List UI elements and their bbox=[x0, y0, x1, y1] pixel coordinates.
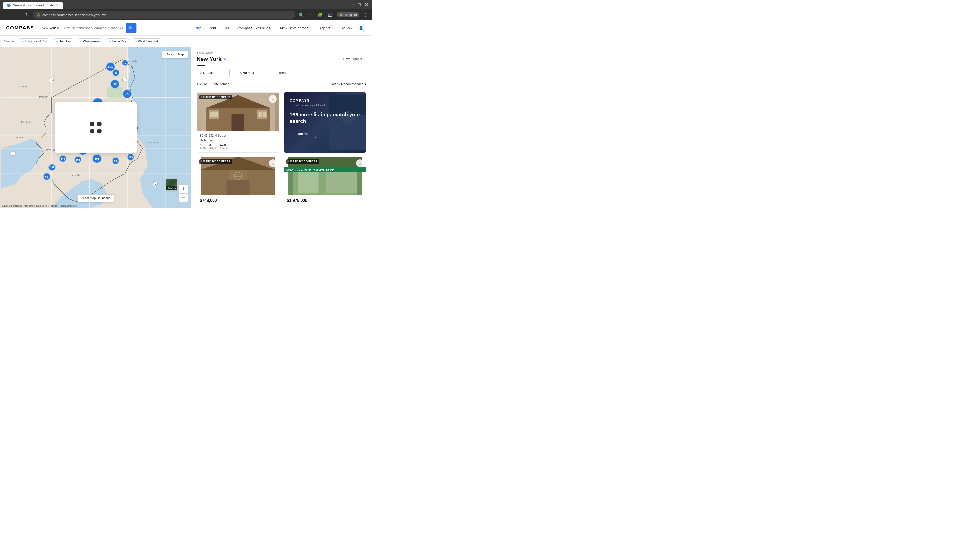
results-title: New York bbox=[197, 56, 221, 62]
nav-new-development[interactable]: New Development ▾ bbox=[277, 24, 315, 32]
close-button[interactable]: ✕ bbox=[365, 2, 369, 7]
property-card-1[interactable]: LISTED BY COMPASS ★ 86-45 232nd Street B… bbox=[197, 92, 280, 152]
search-location-tag[interactable]: New York ✕ bbox=[40, 26, 62, 30]
device-icon-btn[interactable]: 💻 bbox=[327, 11, 334, 18]
tab-close-button[interactable]: ✕ bbox=[56, 3, 59, 7]
svg-rect-23 bbox=[107, 87, 123, 98]
active-tab[interactable]: New York, NY Homes for Sale ✕ bbox=[3, 2, 63, 9]
cluster-115[interactable]: 115 bbox=[127, 154, 134, 161]
property-card-3[interactable]: LISTED BY COMPASS OPEN: 3/30 03:00PM - 0… bbox=[283, 157, 366, 207]
lock-icon: 🔒 bbox=[37, 13, 40, 17]
cluster-346[interactable]: 346 bbox=[59, 155, 66, 162]
loading-dot-1 bbox=[90, 122, 94, 126]
agents-chevron: ▾ bbox=[331, 27, 333, 29]
filters-button[interactable]: Filters bbox=[272, 68, 290, 77]
svg-text:Bayonne: Bayonne bbox=[14, 136, 23, 139]
bookmark-icon-btn[interactable]: ☆ bbox=[308, 11, 313, 18]
svg-text:Passaic: Passaic bbox=[19, 86, 27, 88]
similar-tag-weehawken[interactable]: + Weehawken bbox=[77, 38, 103, 44]
nav-rent[interactable]: Rent bbox=[205, 24, 219, 32]
nav-buy[interactable]: Buy bbox=[192, 24, 204, 32]
user-profile-button[interactable]: 👤 bbox=[357, 24, 366, 32]
cluster-532[interactable]: 532 bbox=[110, 79, 119, 89]
new-tab-button[interactable]: + bbox=[63, 1, 70, 9]
price-max-input[interactable]: $ No Max bbox=[236, 68, 269, 77]
sort-button[interactable]: Sort by Recommended ▾ bbox=[330, 82, 366, 86]
url-text: compass.com/homes-for-sale/new-york-ny/ bbox=[42, 13, 291, 17]
similar-tag-long-island-city[interactable]: + Long Island City bbox=[19, 38, 50, 44]
more-options-btn[interactable]: ⋮ bbox=[363, 11, 369, 18]
forward-button[interactable]: → bbox=[13, 11, 21, 19]
browser-controls: ─ □ ✕ bbox=[350, 2, 369, 7]
nav-sell[interactable]: Sell bbox=[221, 24, 232, 32]
back-button[interactable]: ← bbox=[3, 11, 11, 19]
address-bar[interactable]: 🔒 compass.com/homes-for-sale/new-york-ny… bbox=[33, 11, 295, 19]
cluster-598[interactable]: 598 bbox=[92, 154, 102, 163]
goto-chevron: ▾ bbox=[351, 27, 352, 29]
results-title-row: New York ✏ Save Char ▾ bbox=[197, 55, 366, 63]
edit-title-icon[interactable]: ✏ bbox=[224, 57, 227, 61]
exclusives-subtitle: PRIVATE EXCLUSIVES bbox=[290, 103, 360, 106]
property-neighborhood-1: Bellerose bbox=[200, 138, 276, 142]
nav-compass-exclusives[interactable]: Compass Exclusives ▾ bbox=[234, 24, 275, 32]
maximize-button[interactable]: □ bbox=[358, 2, 361, 7]
cluster-273[interactable]: 273 bbox=[123, 89, 132, 98]
compass-logo[interactable]: COMPASS bbox=[6, 25, 35, 30]
price-min-input[interactable]: $ No Min bbox=[197, 68, 230, 77]
search-icon-btn[interactable]: 🔍 bbox=[298, 11, 305, 18]
property-price-2: $748,000 bbox=[200, 198, 276, 203]
exclusives-brand: COMPASS bbox=[290, 98, 360, 102]
svg-text:202: 202 bbox=[49, 79, 53, 81]
nav-agents[interactable]: Agents ▾ bbox=[316, 24, 336, 32]
saved-search-label: Saved Search bbox=[197, 51, 366, 54]
search-submit-button[interactable]: 🔍 bbox=[126, 23, 136, 33]
tab-favicon bbox=[7, 3, 11, 7]
incognito-badge[interactable]: 🕵 Incognito bbox=[337, 13, 360, 17]
svg-text:9: 9 bbox=[13, 152, 14, 155]
property-badge-1: LISTED BY COMPASS bbox=[199, 95, 232, 100]
clear-map-boundary-button[interactable]: Clear Map Boundary bbox=[77, 194, 114, 202]
similar-tag-union-city[interactable]: + Union City bbox=[106, 38, 129, 44]
cluster-55[interactable]: 55 bbox=[112, 157, 119, 164]
draw-on-map-button[interactable]: Draw on Map bbox=[162, 51, 188, 58]
property-grid: LISTED BY COMPASS ★ 86-45 232nd Street B… bbox=[191, 88, 372, 208]
property-favorite-3[interactable]: ☆ bbox=[356, 159, 364, 167]
extension-icon-btn[interactable]: 🧩 bbox=[317, 11, 324, 18]
price-row: $ No Min - $ No Max Filters bbox=[197, 68, 366, 77]
satellite-button[interactable]: Satellite bbox=[166, 179, 178, 190]
reload-button[interactable]: ↻ bbox=[24, 11, 30, 19]
property-card-2[interactable]: LISTED BY COMPASS ☆ $748,000 bbox=[197, 157, 280, 207]
zoom-out-button[interactable]: − bbox=[179, 193, 188, 202]
incognito-label: Incognito bbox=[344, 13, 357, 17]
search-input[interactable] bbox=[62, 26, 126, 30]
satellite-preview: Satellite bbox=[166, 179, 177, 190]
learn-more-button[interactable]: Learn More bbox=[290, 130, 316, 138]
property-info-3: $1,975,000 bbox=[284, 195, 366, 207]
price-min-value: $ No Min bbox=[200, 71, 213, 75]
cluster-87[interactable]: 87 bbox=[112, 69, 119, 76]
main-content: New York Newark Paterson Passaic Elizabe… bbox=[0, 47, 372, 208]
property-favorite-2[interactable]: ☆ bbox=[269, 159, 277, 167]
minimize-button[interactable]: ─ bbox=[350, 2, 354, 7]
property-badge-3: LISTED BY COMPASS bbox=[286, 159, 319, 164]
svg-text:Paterson: Paterson bbox=[39, 96, 48, 98]
cluster-104[interactable]: 104 bbox=[74, 156, 81, 163]
similar-tag-west-new-york[interactable]: + West New York bbox=[132, 38, 162, 44]
zoom-in-button[interactable]: + bbox=[179, 184, 188, 193]
similar-tag-hoboken[interactable]: + Hoboken bbox=[52, 38, 74, 44]
map-area[interactable]: New York Newark Paterson Passaic Elizabe… bbox=[0, 47, 191, 208]
cluster-54[interactable]: 54 bbox=[43, 173, 50, 180]
search-bar[interactable]: New York ✕ 🔍 bbox=[40, 23, 137, 33]
clear-search-button[interactable]: ✕ bbox=[57, 26, 59, 30]
similar-bar: Similar: + Long Island City + Hoboken + … bbox=[0, 36, 372, 47]
site-nav: Buy Rent Sell Compass Exclusives ▾ New D… bbox=[192, 24, 366, 32]
svg-rect-54 bbox=[215, 112, 218, 117]
cluster-1[interactable]: 1 bbox=[122, 60, 128, 66]
plus-icon: + bbox=[80, 40, 82, 43]
save-changes-button[interactable]: Save Char ▾ bbox=[339, 55, 366, 63]
nav-go-to[interactable]: Go To ▾ bbox=[337, 24, 355, 32]
new-development-chevron: ▾ bbox=[310, 27, 312, 29]
cluster-132[interactable]: 132 bbox=[48, 164, 56, 171]
property-favorite-1[interactable]: ★ bbox=[269, 95, 277, 103]
exclusives-card[interactable]: COMPASS PRIVATE EXCLUSIVES 166 more list… bbox=[283, 92, 366, 152]
